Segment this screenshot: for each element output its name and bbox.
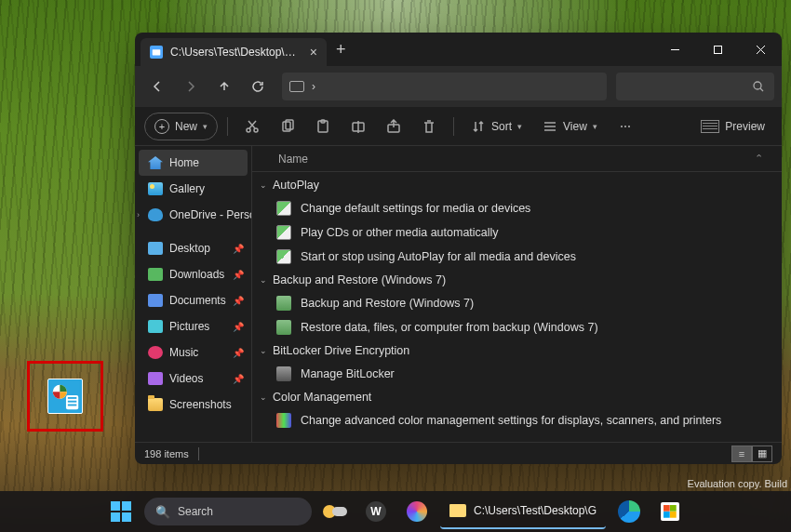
godmode-desktop-icon-highlight: [27, 361, 103, 432]
bitlocker-icon: [276, 366, 291, 381]
view-button[interactable]: View ▾: [535, 113, 605, 140]
sidebar-item-onedrive[interactable]: ›OneDrive - Perso: [135, 202, 251, 228]
taskbar-store[interactable]: [652, 494, 688, 529]
store-icon: [661, 502, 679, 521]
thumbnails-view-toggle[interactable]: ▦: [752, 446, 772, 462]
svg-rect-5: [153, 49, 161, 55]
content-pane: Name ⌃ ⌄AutoPlay Change default settings…: [252, 146, 782, 442]
new-button[interactable]: + New ▾: [144, 113, 218, 140]
sidebar-item-gallery[interactable]: Gallery: [135, 176, 251, 202]
item-count: 198 items: [144, 448, 189, 459]
sidebar-item-screenshots[interactable]: Screenshots: [135, 392, 251, 418]
tab-close-button[interactable]: ×: [310, 45, 317, 60]
sidebar-item-desktop[interactable]: Desktop📌: [135, 235, 251, 261]
taskbar-running-explorer[interactable]: C:\Users\Test\Desktop\G: [440, 494, 606, 529]
column-header[interactable]: Name ⌃: [252, 146, 782, 172]
preview-button[interactable]: Preview: [693, 113, 772, 140]
taskbar-widgets[interactable]: [317, 494, 353, 529]
refresh-button[interactable]: [243, 72, 273, 101]
column-name[interactable]: Name: [278, 153, 308, 166]
home-icon: [148, 156, 163, 169]
taskbar-app-word[interactable]: W: [358, 494, 394, 529]
cut-button[interactable]: [237, 113, 267, 140]
sidebar-item-home[interactable]: Home: [139, 150, 248, 176]
svg-rect-2: [68, 397, 76, 399]
sidebar-item-music[interactable]: Music📌: [135, 339, 251, 366]
windows-logo-icon: [111, 501, 131, 522]
divider: [453, 117, 454, 136]
list-item[interactable]: Start or stop using AutoPlay for all med…: [252, 245, 782, 269]
close-button[interactable]: [739, 34, 782, 64]
back-button[interactable]: [142, 72, 172, 101]
nav-bar: ›: [135, 66, 782, 107]
svg-rect-3: [68, 401, 76, 403]
address-bar[interactable]: ›: [282, 73, 607, 100]
taskbar[interactable]: 🔍Search W C:\Users\Test\Desktop\G: [0, 491, 791, 532]
svg-rect-7: [714, 46, 721, 53]
pin-icon: 📌: [233, 348, 244, 358]
sidebar-item-downloads[interactable]: Downloads📌: [135, 261, 251, 287]
group-header[interactable]: ⌄AutoPlay: [252, 174, 782, 196]
forward-button[interactable]: [176, 72, 206, 101]
sort-button[interactable]: Sort ▾: [463, 113, 530, 140]
pin-icon: 📌: [233, 322, 244, 332]
chevron-right-icon[interactable]: ›: [137, 210, 140, 219]
paste-button[interactable]: [308, 113, 338, 140]
list-item[interactable]: Change advanced color management setting…: [252, 408, 782, 432]
gallery-icon: [148, 182, 163, 195]
chevron-down-icon: ▾: [203, 122, 208, 131]
more-button[interactable]: ⋯: [610, 113, 640, 140]
taskbar-copilot[interactable]: [399, 494, 435, 529]
list-item[interactable]: Restore data, files, or computer from ba…: [252, 315, 782, 339]
minimize-button[interactable]: [653, 34, 696, 64]
delete-button[interactable]: [414, 113, 444, 140]
color-mgmt-icon: [276, 413, 291, 428]
music-icon: [148, 346, 163, 359]
list-item[interactable]: Change default settings for media or dev…: [252, 196, 782, 220]
column-collapse-icon[interactable]: ⌃: [755, 153, 763, 165]
svg-point-13: [254, 128, 258, 132]
documents-icon: [148, 294, 163, 307]
details-view-toggle[interactable]: ≡: [731, 446, 752, 462]
search-box[interactable]: [616, 73, 774, 100]
taskbar-search[interactable]: 🔍Search: [144, 498, 312, 525]
sidebar-item-videos[interactable]: Videos📌: [135, 366, 251, 392]
folder-icon: [148, 398, 163, 411]
monitor-icon: [289, 81, 304, 92]
item-list[interactable]: ⌄AutoPlay Change default settings for me…: [252, 172, 782, 442]
sidebar-item-documents[interactable]: Documents📌: [135, 287, 251, 313]
word-icon: W: [366, 501, 386, 522]
titlebar[interactable]: C:\Users\Test\Desktop\GodMo × +: [135, 33, 782, 66]
group-header[interactable]: ⌄BitLocker Drive Encryption: [252, 339, 782, 362]
pin-icon: 📌: [233, 244, 244, 254]
pin-icon: 📌: [233, 270, 244, 280]
control-panel-icon: [276, 201, 291, 216]
chevron-down-icon: ⌄: [260, 346, 267, 355]
godmode-desktop-icon[interactable]: [47, 379, 83, 414]
sidebar-item-pictures[interactable]: Pictures📌: [135, 313, 251, 339]
search-icon: [752, 80, 765, 93]
share-button[interactable]: [379, 113, 409, 140]
rename-button[interactable]: [343, 113, 373, 140]
browser-tab[interactable]: C:\Users\Test\Desktop\GodMo ×: [141, 38, 327, 66]
new-tab-button[interactable]: +: [336, 40, 346, 60]
copy-button[interactable]: [273, 113, 302, 140]
group-header[interactable]: ⌄Color Management: [252, 386, 782, 408]
chevron-down-icon: ▾: [517, 122, 522, 131]
group-header[interactable]: ⌄Backup and Restore (Windows 7): [252, 269, 782, 291]
chevron-down-icon: ⌄: [260, 275, 267, 285]
list-item[interactable]: Backup and Restore (Windows 7): [252, 291, 782, 315]
address-chevron: ›: [312, 80, 315, 93]
list-item[interactable]: Manage BitLocker: [252, 362, 782, 386]
maximize-button[interactable]: [696, 34, 739, 64]
cloud-icon: [148, 208, 163, 221]
file-explorer-window: C:\Users\Test\Desktop\GodMo × + › + New …: [135, 33, 782, 464]
start-button[interactable]: [103, 494, 139, 529]
search-icon: 🔍: [155, 505, 170, 519]
pin-icon: 📌: [233, 296, 244, 306]
up-button[interactable]: [209, 72, 239, 101]
toolbar: + New ▾ Sort ▾ View ▾ ⋯ Preview: [135, 107, 782, 146]
list-item[interactable]: Play CDs or other media automatically: [252, 220, 782, 245]
taskbar-edge[interactable]: [611, 494, 647, 529]
desktop-icon: [148, 242, 163, 255]
